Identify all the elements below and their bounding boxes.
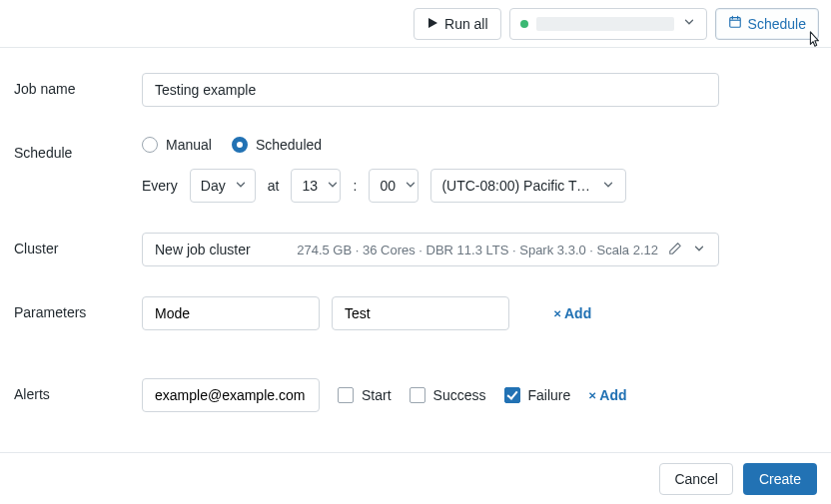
cluster-stats: 274.5 GB · 36 Cores · DBR 11.3 LTS · Spa… xyxy=(297,243,658,257)
alert-email-input[interactable] xyxy=(142,378,320,412)
create-button[interactable]: Create xyxy=(743,463,817,495)
compute-redacted-name xyxy=(536,17,674,31)
compute-dropdown[interactable] xyxy=(509,8,707,40)
top-toolbar: Run all Schedule xyxy=(0,0,831,48)
param-value-input[interactable] xyxy=(332,296,509,330)
jobname-label: Job name xyxy=(14,73,142,97)
alert-success-checkbox[interactable]: Success xyxy=(410,387,486,403)
alert-start-label: Start xyxy=(362,387,392,403)
calendar-icon xyxy=(728,15,742,32)
every-word: Every xyxy=(142,178,178,194)
pencil-icon[interactable] xyxy=(668,242,682,258)
schedule-radio-manual[interactable]: Manual xyxy=(142,137,212,153)
checkbox-icon xyxy=(338,387,354,403)
checkbox-checked-icon xyxy=(504,387,520,403)
param-key-input[interactable] xyxy=(142,296,320,330)
cursor-icon xyxy=(805,30,823,51)
chevron-down-icon xyxy=(682,15,696,32)
chevron-down-icon xyxy=(234,178,248,195)
form-scroll-area[interactable]: Job name Schedule Manual Schedu xyxy=(0,49,831,452)
chevron-down-icon xyxy=(692,242,706,258)
alerts-label: Alerts xyxy=(14,378,142,402)
radio-manual-label: Manual xyxy=(166,137,212,153)
radio-scheduled-label: Scheduled xyxy=(256,137,322,153)
cluster-select[interactable]: New job cluster 274.5 GB · 36 Cores · DB… xyxy=(142,233,719,266)
at-word: at xyxy=(268,178,280,194)
minute-select[interactable]: 00 xyxy=(369,169,418,203)
chevron-down-icon xyxy=(326,178,340,195)
timezone-value: (UTC-08:00) Pacific Ti… xyxy=(441,178,591,194)
jobname-input[interactable] xyxy=(142,73,719,107)
add-parameter-link[interactable]: Add xyxy=(553,305,591,321)
interval-select[interactable]: Day xyxy=(190,169,256,203)
checkbox-icon xyxy=(410,387,425,403)
dialog-footer: Cancel Create xyxy=(0,452,831,504)
status-dot-icon xyxy=(520,20,528,28)
svg-rect-0 xyxy=(729,18,740,28)
alert-failure-label: Failure xyxy=(528,387,571,403)
schedule-button[interactable]: Schedule xyxy=(715,8,819,40)
schedule-config-row: Every Day at 13 : 00 xyxy=(142,169,721,203)
run-all-label: Run all xyxy=(444,16,488,32)
play-icon xyxy=(426,16,438,32)
alert-failure-checkbox[interactable]: Failure xyxy=(504,387,571,403)
hour-select[interactable]: 13 xyxy=(291,169,341,203)
alert-start-checkbox[interactable]: Start xyxy=(338,387,392,403)
time-colon: : xyxy=(353,178,357,194)
cluster-name: New job cluster xyxy=(155,242,251,257)
chevron-down-icon xyxy=(601,178,615,195)
schedule-label: Schedule xyxy=(748,16,806,32)
add-alert-link[interactable]: Add xyxy=(588,387,626,403)
minute-value: 00 xyxy=(380,178,396,194)
run-all-button[interactable]: Run all xyxy=(414,8,501,40)
cluster-label: Cluster xyxy=(14,233,142,256)
timezone-select[interactable]: (UTC-08:00) Pacific Ti… xyxy=(430,169,626,203)
interval-value: Day xyxy=(201,178,226,194)
cancel-button[interactable]: Cancel xyxy=(659,463,733,495)
schedule-radio-group: Manual Scheduled xyxy=(142,137,721,153)
hour-value: 13 xyxy=(302,178,318,194)
schedule-radio-scheduled[interactable]: Scheduled xyxy=(232,137,322,153)
radio-on-icon xyxy=(232,137,248,153)
chevron-down-icon xyxy=(404,178,417,195)
schedule-section-label: Schedule xyxy=(14,137,142,161)
parameters-label: Parameters xyxy=(14,296,142,320)
alerts-row: Start Success Failure Add xyxy=(142,378,721,412)
radio-off-icon xyxy=(142,137,158,153)
alert-success-label: Success xyxy=(433,387,486,403)
parameter-row: Add xyxy=(142,296,721,330)
